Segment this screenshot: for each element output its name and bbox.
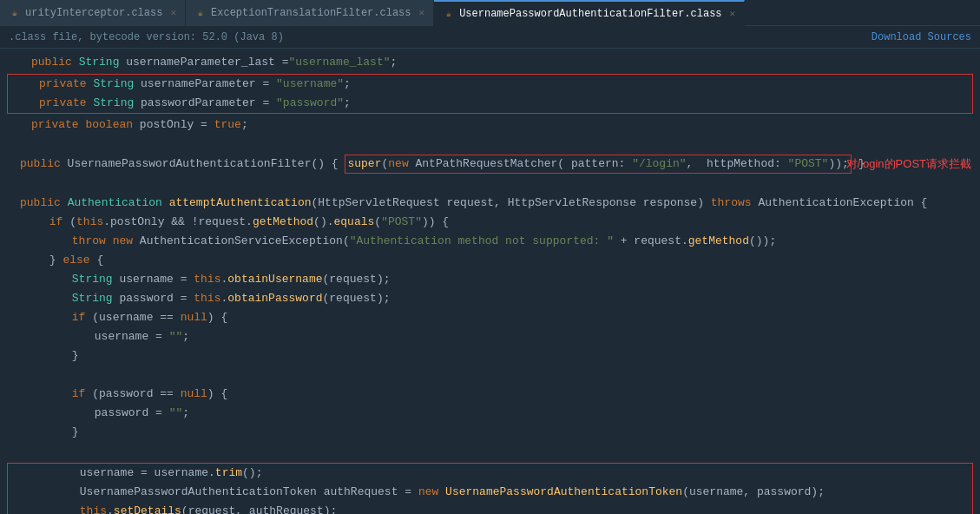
- code-line-top: public String usernameParameter_last ="u…: [0, 53, 980, 72]
- file-info: .class file, bytecode version: 52.0 (Jav…: [9, 31, 284, 43]
- code-line-6: } else {: [0, 251, 980, 270]
- highlight-box-fields: private String usernameParameter = "user…: [7, 74, 973, 114]
- annotation-post: 对/login的POST请求拦截: [846, 155, 971, 173]
- code-line-10: username = "";: [0, 327, 980, 346]
- code-container: public String usernameParameter_last ="u…: [0, 53, 980, 514]
- tab-username-password-filter[interactable]: ☕ UsernamePasswordAuthenticationFilter.c…: [434, 0, 745, 26]
- java-icon-2: ☕: [194, 7, 207, 19]
- code-line-blank2: [0, 175, 980, 194]
- code-area: public String usernameParameter_last ="u…: [0, 49, 980, 514]
- code-line-11: }: [0, 346, 980, 366]
- tab-bar: ☕ urityInterceptor.class ✕ ☕ ExceptionTr…: [0, 0, 980, 26]
- highlight-box-auth: username = username.trim(); UsernamePass…: [7, 463, 973, 514]
- code-line-15: username = username.trim();: [8, 464, 972, 483]
- info-bar: .class file, bytecode version: 52.0 (Jav…: [0, 26, 980, 49]
- code-line-12: if (password == null) {: [0, 385, 980, 404]
- tab-label-3: UsernamePasswordAuthenticationFilter.cla…: [459, 8, 721, 20]
- code-line-16: UsernamePasswordAuthenticationToken auth…: [8, 483, 972, 502]
- code-line-17: this.setDetails(request, authRequest);: [8, 502, 972, 514]
- tab-close-icon[interactable]: ✕: [170, 7, 176, 18]
- code-line-4: if (this.postOnly && !request.getMethod(…: [0, 213, 980, 232]
- tab-close-icon-3[interactable]: ✕: [730, 8, 736, 19]
- code-line-blank1: [0, 135, 980, 154]
- tab-close-icon-2[interactable]: ✕: [419, 7, 425, 18]
- tab-label-2: ExceptionTranslationFilter.class: [211, 7, 411, 19]
- code-line-7: String username = this.obtainUsername(re…: [0, 270, 980, 289]
- java-icon-3: ☕: [443, 8, 455, 20]
- code-line-blank3: [0, 366, 980, 385]
- tab-label: urityInterceptor.class: [25, 7, 162, 19]
- code-line-method: public Authentication attemptAuthenticat…: [0, 194, 980, 213]
- code-line-9: if (username == null) {: [0, 308, 980, 327]
- constructor-line: public UsernamePasswordAuthenticationFil…: [0, 154, 980, 175]
- tab-security-interceptor[interactable]: ☕ urityInterceptor.class ✕: [0, 0, 186, 26]
- code-line-14: }: [0, 423, 980, 442]
- code-line-5: throw new AuthenticationServiceException…: [0, 232, 980, 251]
- download-sources-button[interactable]: Download Sources: [871, 31, 971, 43]
- code-line-3: private boolean postOnly = true;: [0, 115, 980, 135]
- tab-exception-translation[interactable]: ☕ ExceptionTranslationFilter.class ✕: [186, 0, 434, 26]
- code-line-blank4: [0, 442, 980, 461]
- code-line-8: String password = this.obtainPassword(re…: [0, 289, 980, 308]
- code-line-1: private String usernameParameter = "user…: [8, 75, 972, 94]
- java-icon: ☕: [9, 7, 21, 19]
- code-line-2: private String passwordParameter = "pass…: [8, 94, 972, 113]
- code-line-13: password = "";: [0, 404, 980, 423]
